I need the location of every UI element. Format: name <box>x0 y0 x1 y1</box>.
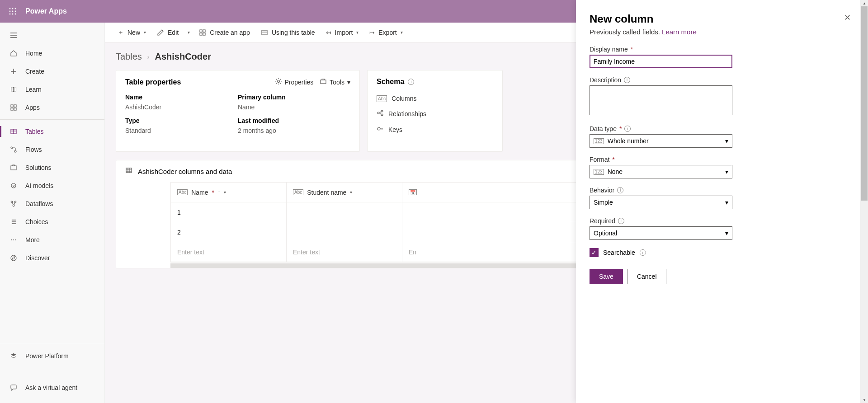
description-input[interactable] <box>590 85 732 115</box>
svg-point-21 <box>11 147 13 149</box>
scrollbar-thumb[interactable] <box>861 6 868 201</box>
svg-point-24 <box>11 183 16 188</box>
table-icon <box>9 128 18 135</box>
schema-relationships[interactable]: Relationships <box>377 106 493 122</box>
svg-point-0 <box>9 8 11 9</box>
sidebar-item-dataflows[interactable]: Dataflows <box>0 195 104 213</box>
sidebar-item-home[interactable]: Home <box>0 44 104 62</box>
sidebar-item-ask-agent[interactable]: Ask a virtual agent <box>0 379 104 397</box>
app-launcher-icon[interactable] <box>5 3 21 19</box>
table-cell[interactable]: 1 <box>171 202 287 222</box>
properties-link[interactable]: Properties <box>275 78 314 86</box>
sidebar-item-power-platform[interactable]: Power Platform <box>0 347 104 365</box>
schema-keys[interactable]: Keys <box>377 122 493 137</box>
searchable-label: Searchable <box>603 249 635 256</box>
export-icon: ↦ <box>369 29 375 36</box>
cmd-create-app[interactable]: Create an app <box>194 26 255 39</box>
scroll-down-icon[interactable]: ▼ <box>860 397 868 403</box>
scroll-up-icon[interactable]: ▲ <box>860 0 868 6</box>
display-name-input[interactable] <box>590 55 732 68</box>
breadcrumb-root[interactable]: Tables <box>116 52 142 62</box>
sidebar-item-tables[interactable]: Tables <box>0 122 104 141</box>
page-scrollbar[interactable]: ▲ ▼ <box>860 0 868 403</box>
save-button[interactable]: Save <box>590 269 623 284</box>
sidebar-hamburger[interactable] <box>0 26 104 44</box>
dataflow-icon <box>9 200 18 207</box>
tools-link[interactable]: Tools▾ <box>320 78 350 86</box>
svg-point-35 <box>11 255 16 261</box>
table-cell[interactable]: 2 <box>171 222 287 242</box>
card-title: Schema <box>377 78 404 86</box>
required-label: Requiredi <box>590 217 732 225</box>
chevron-down-icon: ▾ <box>725 168 728 175</box>
info-icon[interactable]: i <box>618 218 624 224</box>
svg-rect-40 <box>262 30 267 35</box>
chevron-down-icon: ▾ <box>401 30 403 35</box>
sidebar-item-apps[interactable]: Apps <box>0 98 104 117</box>
chat-icon <box>9 384 18 391</box>
cancel-button[interactable]: Cancel <box>627 269 666 284</box>
date-icon: 📅 <box>409 189 417 195</box>
card-title: AshishCoder columns and data <box>138 168 232 175</box>
info-icon[interactable]: i <box>408 79 414 85</box>
last-modified-value: 2 months ago <box>238 127 350 134</box>
data-type-select[interactable]: 123Whole number▾ <box>590 134 732 148</box>
grid-icon <box>199 29 206 36</box>
chevron-down-icon: ▾ <box>347 79 350 86</box>
cmd-import[interactable]: ↤Import▾ <box>321 26 363 39</box>
sidebar: Home Create Learn Apps Tables Flows Solu… <box>0 23 105 403</box>
sidebar-item-discover[interactable]: Discover <box>0 249 104 267</box>
chevron-down-icon[interactable]: ▾ <box>185 27 193 37</box>
pencil-icon <box>157 29 164 36</box>
solutions-icon <box>9 164 18 171</box>
info-icon[interactable]: i <box>617 187 623 193</box>
schema-columns[interactable]: AbcColumns <box>377 91 493 106</box>
table-cell-new[interactable]: Enter text <box>171 242 287 262</box>
abc-icon: Abc <box>177 189 188 195</box>
chevron-down-icon: ▾ <box>725 230 728 237</box>
svg-point-46 <box>381 114 383 116</box>
svg-rect-16 <box>11 108 13 110</box>
sidebar-item-solutions[interactable]: Solutions <box>0 159 104 177</box>
cmd-export[interactable]: ↦Export▾ <box>365 26 407 39</box>
import-icon: ↤ <box>326 29 331 36</box>
primary-column-label: Primary column <box>238 94 350 101</box>
info-icon[interactable]: i <box>640 249 646 256</box>
cmd-using-table[interactable]: Using this table <box>256 26 320 39</box>
table-cell[interactable] <box>287 202 402 222</box>
svg-point-25 <box>13 185 14 187</box>
svg-rect-23 <box>11 166 16 170</box>
svg-rect-43 <box>321 80 326 84</box>
sidebar-item-ai-models[interactable]: AI models <box>0 177 104 195</box>
required-select[interactable]: Optional▾ <box>590 226 732 240</box>
sidebar-item-more[interactable]: ⋯More <box>0 231 104 249</box>
sidebar-item-create[interactable]: Create <box>0 62 104 80</box>
platform-icon <box>9 352 18 360</box>
column-header-name[interactable]: AbcName*↑▾ <box>171 183 287 202</box>
toolbox-icon <box>320 78 327 86</box>
info-icon[interactable]: i <box>624 77 630 83</box>
schema-card: Schema i AbcColumns Relationships Keys <box>367 70 503 152</box>
table-cell[interactable] <box>287 222 402 242</box>
breadcrumb-current: AshishCoder <box>155 52 211 62</box>
close-button[interactable]: ✕ <box>844 13 851 23</box>
gear-icon <box>275 78 282 86</box>
sidebar-item-learn[interactable]: Learn <box>0 80 104 98</box>
searchable-checkbox[interactable]: ✓ <box>590 248 599 257</box>
format-select[interactable]: 123None▾ <box>590 165 732 178</box>
svg-point-3 <box>9 11 11 12</box>
name-label: Name <box>125 94 238 101</box>
chevron-down-icon: ▾ <box>350 190 352 195</box>
sidebar-item-flows[interactable]: Flows <box>0 141 104 159</box>
cmd-new[interactable]: ＋New▾ <box>113 26 151 39</box>
behavior-label: Behaviori <box>590 187 732 194</box>
learn-more-link[interactable]: Learn more <box>662 28 697 36</box>
cmd-edit[interactable]: Edit <box>152 26 183 39</box>
table-cell-new[interactable]: Enter text <box>287 242 402 262</box>
sidebar-item-choices[interactable]: Choices <box>0 213 104 231</box>
behavior-select[interactable]: Simple▾ <box>590 196 732 209</box>
app-brand: Power Apps <box>25 7 67 15</box>
column-header-student-name[interactable]: AbcStudent name▾ <box>287 183 402 202</box>
info-icon[interactable]: i <box>624 126 631 132</box>
flow-icon <box>9 146 18 153</box>
